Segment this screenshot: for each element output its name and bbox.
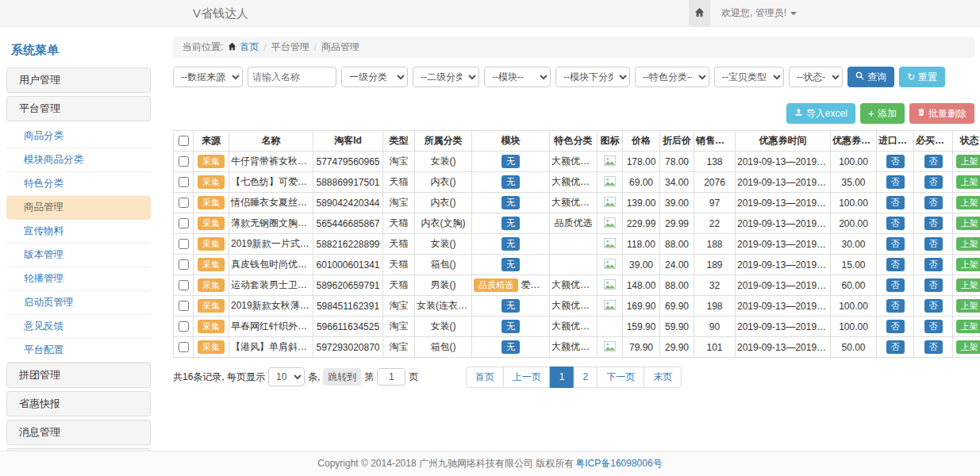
module-badge[interactable]: 无 <box>502 196 520 210</box>
module-badge[interactable]: 品质精选 <box>474 278 518 293</box>
sidebar-item-轮播管理[interactable]: 轮播管理 <box>6 267 151 291</box>
filter-select-primary-category[interactable]: 一级分类 <box>341 67 408 87</box>
add-button[interactable]: + 添加 <box>860 103 905 124</box>
import-pick-toggle[interactable]: 否 <box>886 155 905 169</box>
import-pick-toggle[interactable]: 否 <box>886 217 905 231</box>
status-badge[interactable]: 上架 <box>956 278 980 293</box>
must-buy-toggle[interactable]: 否 <box>924 278 943 293</box>
import-pick-toggle[interactable]: 否 <box>886 175 905 190</box>
status-badge[interactable]: 上架 <box>956 237 980 251</box>
status-badge[interactable]: 上架 <box>956 175 980 190</box>
must-buy-toggle[interactable]: 否 <box>924 217 943 231</box>
batch-delete-button[interactable]: 批量删除 <box>909 103 974 124</box>
row-checkbox[interactable] <box>179 218 189 228</box>
filter-select-item-type[interactable]: --宝贝类型-- <box>714 67 784 87</box>
import-pick-toggle[interactable]: 否 <box>886 320 905 334</box>
row-checkbox[interactable] <box>179 321 189 332</box>
sidebar-item-启动页管理[interactable]: 启动页管理 <box>6 291 151 315</box>
sidebar-item-消息管理[interactable]: 消息管理 <box>6 420 151 445</box>
coupon-time: 2019-09-13—2019-09-18 <box>736 172 831 193</box>
sidebar-item-省惠快报[interactable]: 省惠快报 <box>6 391 151 416</box>
name-search-input[interactable] <box>248 67 336 87</box>
must-buy-toggle[interactable]: 否 <box>924 237 943 251</box>
row-checkbox[interactable] <box>179 156 189 167</box>
status-badge[interactable]: 上架 <box>956 340 980 355</box>
filter-select-module-subcategory[interactable]: --模块下分类-- <box>555 67 630 87</box>
module-badge[interactable]: 无 <box>502 299 520 313</box>
sidebar-item-拼团管理[interactable]: 拼团管理 <box>6 363 151 388</box>
sidebar-item-模块商品分类[interactable]: 模块商品分类 <box>6 148 151 172</box>
coupon-amount: 50.00 <box>831 337 877 358</box>
product-category: 女装(连衣裙) <box>415 296 472 317</box>
sidebar-item-版本管理[interactable]: 版本管理 <box>6 244 151 267</box>
page-button-2[interactable]: 2 <box>574 367 598 388</box>
filter-select-data-source[interactable]: --数据来源-- <box>173 67 243 87</box>
home-button[interactable] <box>689 0 710 26</box>
module-badge[interactable]: 无 <box>502 175 520 190</box>
page-size-select[interactable]: 10 <box>268 367 305 386</box>
sidebar-item-特色分类[interactable]: 特色分类 <box>6 172 151 196</box>
icp-link[interactable]: 粤ICP备16098006号 <box>575 457 662 470</box>
import-pick-toggle[interactable]: 否 <box>886 299 905 313</box>
status-badge[interactable]: 上架 <box>956 217 980 231</box>
page-button-上一页[interactable]: 上一页 <box>503 367 551 388</box>
sidebar-item-意见反馈[interactable]: 意见反馈 <box>6 315 151 339</box>
jump-button[interactable]: 跳转到 <box>323 368 361 386</box>
row-checkbox[interactable] <box>179 259 189 270</box>
sidebar-item-商品分类[interactable]: 商品分类 <box>6 125 151 148</box>
filter-select-status[interactable]: --状态-- <box>789 67 843 87</box>
user-menu[interactable]: 欢迎您, 管理员! <box>721 6 797 20</box>
module-badge[interactable]: 无 <box>502 237 520 251</box>
module-badge[interactable]: 无 <box>502 155 520 169</box>
import-excel-button[interactable]: 导入excel <box>786 103 855 124</box>
must-buy-toggle[interactable]: 否 <box>924 155 943 169</box>
import-pick-toggle[interactable]: 否 <box>886 340 905 355</box>
status-badge[interactable]: 上架 <box>956 196 980 210</box>
page-button-下一页[interactable]: 下一页 <box>597 367 644 388</box>
filter-select-feature-category[interactable]: --特色分类-- <box>635 67 709 87</box>
row-checkbox[interactable] <box>179 342 189 352</box>
module-badge[interactable]: 无 <box>502 217 520 231</box>
row-checkbox[interactable] <box>179 280 189 290</box>
sidebar-item-平台配置[interactable]: 平台配置 <box>6 339 151 363</box>
must-buy-toggle[interactable]: 否 <box>924 299 943 313</box>
filter-select-module[interactable]: --模块-- <box>484 67 551 87</box>
jump-page-input[interactable] <box>377 368 405 386</box>
must-buy-toggle[interactable]: 否 <box>924 175 943 190</box>
page-button-末页[interactable]: 末页 <box>644 367 682 388</box>
reset-button[interactable]: ↻ 重置 <box>899 67 945 87</box>
import-pick-toggle[interactable]: 否 <box>886 278 905 293</box>
must-buy-cell: 否 <box>914 193 953 213</box>
row-checkbox[interactable] <box>179 198 189 208</box>
product-type: 天猫 <box>383 234 415 255</box>
import-pick-toggle[interactable]: 否 <box>886 258 905 272</box>
must-buy-toggle[interactable]: 否 <box>924 196 943 210</box>
breadcrumb-home-link[interactable]: 首页 <box>240 40 259 54</box>
status-badge[interactable]: 上架 <box>956 258 980 272</box>
sidebar-item-商品管理[interactable]: 商品管理 <box>6 196 151 220</box>
module-badge[interactable]: 无 <box>502 320 520 334</box>
import-pick-toggle[interactable]: 否 <box>886 237 905 251</box>
status-badge[interactable]: 上架 <box>956 320 980 334</box>
must-buy-toggle[interactable]: 否 <box>924 340 943 355</box>
sidebar-item-用户管理[interactable]: 用户管理 <box>6 67 151 93</box>
row-checkbox[interactable] <box>179 239 189 249</box>
status-badge[interactable]: 上架 <box>956 299 980 313</box>
page-button-1[interactable]: 1 <box>550 367 575 388</box>
row-checkbox[interactable] <box>179 301 189 311</box>
row-checkbox[interactable] <box>179 177 189 187</box>
table-row: 采集真皮钱包时尚优雅女士...601000601341天猫箱包()无39.002… <box>174 255 980 275</box>
select-all-checkbox[interactable] <box>179 136 189 146</box>
search-button[interactable]: 查询 <box>847 67 894 87</box>
sidebar-item-平台管理[interactable]: 平台管理 <box>6 96 151 121</box>
filter-select-secondary-category[interactable]: --二级分类-- <box>413 67 479 87</box>
sidebar-item-宣传物料[interactable]: 宣传物料 <box>6 220 151 244</box>
import-pick-toggle[interactable]: 否 <box>886 196 905 210</box>
module-badge[interactable]: 无 <box>502 258 520 272</box>
page-button-首页[interactable]: 首页 <box>466 367 504 388</box>
must-buy-toggle[interactable]: 否 <box>924 320 943 334</box>
module-badge[interactable]: 无 <box>502 340 520 355</box>
status-badge[interactable]: 上架 <box>956 155 980 169</box>
must-buy-toggle[interactable]: 否 <box>924 258 943 272</box>
product-name: 真皮钱包时尚优雅女士... <box>229 255 313 275</box>
